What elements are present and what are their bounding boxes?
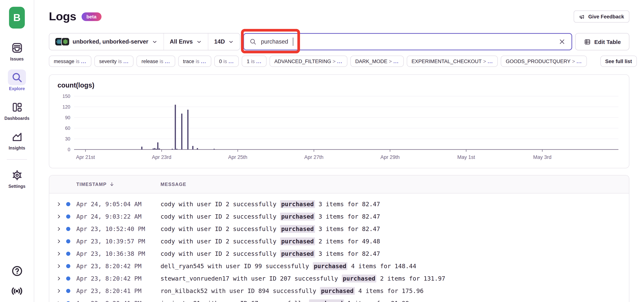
filter-chip[interactable]: releaseis...: [137, 56, 175, 67]
search-term-highlight: purchased: [320, 287, 355, 295]
search-input[interactable]: purchased: [243, 33, 572, 50]
search-term-highlight: purchased: [280, 213, 315, 221]
search-input-value: purchased: [261, 38, 288, 45]
chip-key: release: [142, 58, 158, 64]
log-row[interactable]: Apr 23, 8:20:41 PMron_kilback52 with use…: [49, 285, 629, 297]
close-icon: [558, 37, 566, 46]
expand-chevron-icon[interactable]: [56, 202, 61, 207]
chip-operator: is: [196, 58, 200, 64]
expand-chevron-icon[interactable]: [56, 214, 61, 219]
filter-chip[interactable]: ADVANCED_FILTERING>...: [269, 56, 347, 67]
expand-chevron-icon[interactable]: [56, 251, 61, 256]
chip-operator: is: [76, 58, 80, 64]
issues-icon: [8, 40, 26, 56]
log-row[interactable]: Apr 23, 10:36:38 PMcody with user ID 2 s…: [49, 248, 629, 260]
expand-chevron-icon[interactable]: [56, 289, 61, 293]
log-row-controls: [49, 202, 76, 207]
log-row[interactable]: Apr 24, 9:05:04 AMcody with user ID 2 su…: [49, 198, 629, 210]
log-message: dell_ryan545 with user ID 99 successfull…: [160, 263, 416, 270]
log-row[interactable]: Apr 23, 10:52:40 PMcody with user ID 2 s…: [49, 223, 629, 235]
timestamp-column-header[interactable]: TIMESTAMP: [76, 181, 160, 187]
sidebar-item-dashboards[interactable]: Dashboards: [4, 99, 30, 121]
filter-chip[interactable]: EXPERIMENTAL_CHECKOUT>...: [406, 56, 498, 67]
chip-value-ellipsis: ...: [81, 58, 86, 64]
sidebar-item-label: Settings: [8, 184, 26, 189]
severity-dot: [66, 227, 70, 231]
logs-table-body: Apr 24, 9:05:04 AMcody with user ID 2 su…: [49, 193, 629, 302]
see-full-list-label: See full list: [605, 58, 632, 64]
chip-value-ellipsis: ...: [337, 58, 342, 64]
chip-operator: >: [483, 58, 486, 64]
filter-chip[interactable]: GOODS_PRODUCTQUERY>...: [501, 56, 587, 67]
log-message: cody with user ID 2 successfully purchas…: [160, 250, 380, 257]
severity-dot: [66, 277, 70, 281]
expand-chevron-icon[interactable]: [56, 239, 61, 244]
x-axis-tick-label: May 1st: [457, 154, 475, 160]
filter-chip[interactable]: messageis...: [49, 56, 91, 67]
search-term-highlight: purchased: [342, 275, 376, 283]
chip-value-ellipsis: ...: [488, 58, 493, 64]
clear-search-button[interactable]: [558, 37, 566, 46]
main-content: Logs beta Give Feedback: [34, 0, 644, 302]
page-filter-bar: unborked, unborked-server All Envs 14D: [49, 33, 240, 50]
expand-chevron-icon[interactable]: [56, 301, 61, 302]
megaphone-icon: [579, 13, 585, 20]
y-axis-tick-label: 60: [65, 125, 70, 131]
sidebar-item-insights[interactable]: Insights: [8, 129, 26, 150]
see-full-list-button[interactable]: See full list: [600, 56, 637, 67]
text-cursor: [293, 37, 293, 46]
give-feedback-button[interactable]: Give Feedback: [574, 10, 629, 22]
expand-chevron-icon[interactable]: [56, 264, 61, 269]
chip-key: severity: [99, 58, 117, 64]
sidebar-item-settings[interactable]: Settings: [8, 167, 26, 189]
expand-chevron-icon[interactable]: [56, 227, 61, 231]
filter-chip[interactable]: traceis...: [178, 56, 211, 67]
expand-chevron-icon[interactable]: [56, 276, 61, 281]
project-selector[interactable]: unborked, unborked-server: [49, 33, 163, 50]
log-message: ron_kilback52 with user ID 894 successfu…: [160, 287, 424, 295]
help-icon[interactable]: [11, 265, 23, 277]
x-axis-tick-label: Apr 29th: [380, 154, 400, 160]
sidebar-item-explore[interactable]: Explore: [8, 69, 26, 91]
filter-chip[interactable]: 0is...: [214, 56, 239, 67]
log-row[interactable]: Apr 23, 8:20:42 PMstewart_vonrueden17 wi…: [49, 272, 629, 285]
chip-operator: is: [223, 58, 227, 64]
filter-chip[interactable]: severityis...: [94, 56, 134, 67]
sidebar-item-label: Explore: [9, 86, 25, 91]
search-term-highlight: purchased: [309, 299, 344, 302]
logs-count-chart[interactable]: 0306090120150Apr 21stApr 23rdApr 25thApr…: [58, 89, 622, 165]
environment-selector[interactable]: All Envs: [163, 33, 208, 50]
logs-table: TIMESTAMP MESSAGE Apr 24, 9:05:04 AMcody…: [49, 175, 629, 302]
log-row-controls: [49, 301, 76, 302]
date-range-selector[interactable]: 14D: [208, 33, 240, 50]
chart-bar: [181, 114, 182, 149]
chip-key: 0: [219, 58, 222, 64]
message-text: 3 items for 82.47: [315, 225, 380, 233]
log-message: cody with user ID 2 successfully purchas…: [160, 201, 380, 208]
broadcast-icon[interactable]: [10, 285, 23, 298]
log-row[interactable]: Apr 23, 8:20:42 PMdell_ryan545 with user…: [49, 260, 629, 272]
message-text: cody with user ID 2 successfully: [160, 250, 280, 257]
message-text: stewart_vonrueden17 with user ID 207 suc…: [160, 275, 342, 282]
log-row[interactable]: Apr 24, 9:03:22 AMcody with user ID 2 su…: [49, 210, 629, 223]
severity-dot: [66, 289, 70, 293]
log-timestamp: Apr 23, 10:39:57 PM: [76, 238, 160, 245]
log-row[interactable]: Apr 23, 10:39:57 PMcody with user ID 2 s…: [49, 235, 629, 248]
message-text: 2 items for 49.48: [315, 238, 380, 245]
log-row-controls: [49, 276, 76, 281]
log-row[interactable]: Apr 23, 8:20:41 PMjanie_toy81 with user …: [49, 297, 629, 302]
explore-search-icon: [8, 69, 26, 85]
chip-key: ADVANCED_FILTERING: [274, 58, 331, 64]
org-logo[interactable]: B: [9, 7, 25, 28]
message-text: cody with user ID 2 successfully: [160, 213, 280, 220]
filter-chip[interactable]: DARK_MODE>...: [350, 56, 404, 67]
chip-key: DARK_MODE: [355, 58, 388, 64]
chip-key: trace: [183, 58, 194, 64]
sidebar-item-issues[interactable]: Issues: [8, 40, 26, 61]
x-axis-tick-label: May 3rd: [533, 154, 552, 160]
edit-table-button[interactable]: Edit Table: [575, 33, 629, 50]
chart-bar: [157, 142, 158, 149]
filter-chip[interactable]: 1is...: [242, 56, 266, 67]
message-column-header[interactable]: MESSAGE: [160, 182, 186, 187]
log-row-controls: [49, 239, 76, 244]
